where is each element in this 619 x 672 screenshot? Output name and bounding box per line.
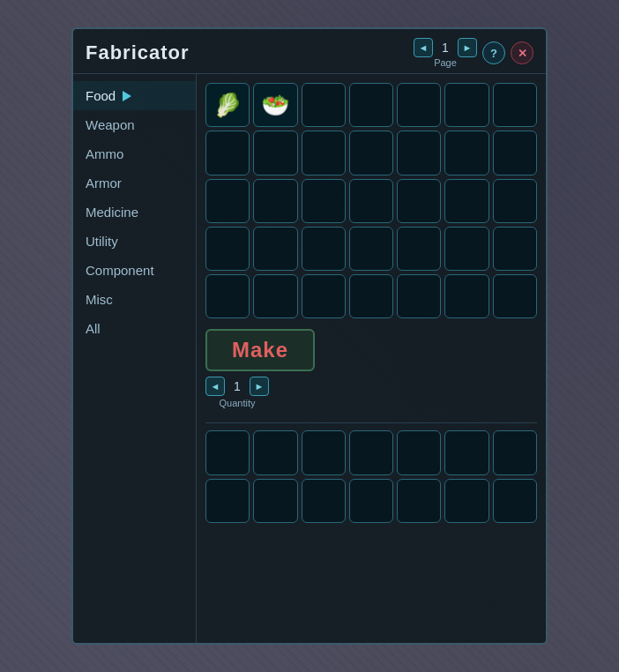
bottom-cell-11[interactable] (397, 479, 441, 523)
sidebar-label-component: Component (86, 263, 154, 278)
quantity-value: 1 (228, 379, 246, 393)
bottom-cell-7[interactable] (205, 479, 250, 523)
grid-cell-19[interactable] (444, 179, 488, 223)
sidebar-label-weapon: Weapon (86, 117, 135, 132)
quantity-nav: ◄ 1 ► (205, 377, 269, 396)
grid-cell-24[interactable] (349, 227, 393, 271)
sidebar-label-medicine: Medicine (86, 205, 138, 220)
grid-cell-22[interactable] (253, 227, 297, 271)
bottom-cell-10[interactable] (349, 479, 393, 523)
sidebar-label-misc: Misc (86, 292, 113, 307)
bottom-cell-1[interactable] (253, 430, 297, 474)
bottom-section (205, 419, 537, 523)
grid-cell-10[interactable] (349, 131, 393, 175)
grid-cell-14[interactable] (205, 179, 250, 223)
close-button[interactable]: ✕ (511, 41, 533, 64)
sidebar-item-food[interactable]: Food (73, 81, 196, 110)
grid-cell-6[interactable] (493, 83, 537, 127)
page-number: 1 (436, 41, 454, 55)
bottom-cell-9[interactable] (302, 479, 346, 523)
grid-cell-12[interactable] (444, 131, 488, 175)
grid-cell-13[interactable] (493, 131, 537, 175)
grid-cell-1[interactable]: 🥗 (253, 83, 297, 127)
bottom-cell-6[interactable] (493, 430, 537, 474)
grid-cell-9[interactable] (302, 131, 346, 175)
bottom-cell-0[interactable] (205, 430, 250, 474)
sidebar-item-utility[interactable]: Utility (73, 227, 196, 256)
grid-cell-32[interactable] (397, 274, 441, 318)
item-icon-0: 🥬 (213, 92, 242, 119)
window-title: Fabricator (86, 41, 190, 64)
sidebar-label-ammo: Ammo (86, 146, 123, 161)
page-control: ◄ 1 ► Page (414, 38, 477, 68)
quantity-control: ◄ 1 ► Quantity (205, 377, 269, 408)
next-page-button[interactable]: ► (458, 38, 477, 57)
sidebar-item-component[interactable]: Component (73, 256, 196, 285)
grid-cell-23[interactable] (302, 227, 346, 271)
grid-cell-28[interactable] (205, 274, 250, 318)
bottom-inventory-grid (205, 430, 537, 523)
title-controls: ◄ 1 ► Page ? ✕ (414, 38, 533, 68)
grid-cell-5[interactable] (444, 83, 488, 127)
bottom-cell-4[interactable] (397, 430, 441, 474)
grid-cell-17[interactable] (349, 179, 393, 223)
grid-cell-2[interactable] (302, 83, 346, 127)
grid-cell-34[interactable] (493, 274, 537, 318)
grid-cell-29[interactable] (253, 274, 297, 318)
grid-cell-4[interactable] (397, 83, 441, 127)
sidebar-item-medicine[interactable]: Medicine (73, 198, 196, 227)
grid-cell-7[interactable] (205, 131, 250, 175)
sidebar-item-ammo[interactable]: Ammo (73, 139, 196, 168)
sidebar-item-misc[interactable]: Misc (73, 285, 196, 314)
prev-page-button[interactable]: ◄ (414, 38, 433, 57)
help-button[interactable]: ? (482, 41, 505, 64)
qty-prev-button[interactable]: ◄ (205, 377, 225, 396)
grid-cell-18[interactable] (397, 179, 441, 223)
page-label: Page (434, 57, 457, 68)
sidebar-label-all: All (86, 321, 101, 336)
item-grid: 🥬🥗 (205, 83, 537, 318)
sidebar-label-utility: Utility (86, 234, 118, 249)
page-nav: ◄ 1 ► (414, 38, 477, 57)
title-bar: Fabricator ◄ 1 ► Page ? ✕ (73, 29, 546, 74)
action-section: Make ◄ 1 ► Quantity (205, 329, 537, 408)
right-panel: 🥬🥗 Make ◄ 1 ► Quantity (197, 74, 546, 643)
grid-cell-33[interactable] (444, 274, 488, 318)
grid-cell-16[interactable] (302, 179, 346, 223)
grid-cell-3[interactable] (349, 83, 393, 127)
grid-cell-25[interactable] (397, 227, 441, 271)
cursor-icon (123, 91, 131, 101)
sidebar-item-all[interactable]: All (73, 314, 196, 343)
sidebar-item-armor[interactable]: Armor (73, 168, 196, 198)
item-icon-1: 🥗 (261, 92, 289, 119)
grid-cell-21[interactable] (205, 227, 250, 271)
grid-cell-20[interactable] (493, 179, 537, 223)
grid-cell-15[interactable] (253, 179, 297, 223)
grid-cell-31[interactable] (349, 274, 393, 318)
bottom-cell-5[interactable] (444, 430, 488, 474)
bottom-cell-12[interactable] (444, 479, 488, 523)
sidebar-label-food: Food (86, 88, 116, 103)
make-button[interactable]: Make (205, 329, 315, 371)
grid-cell-27[interactable] (493, 227, 537, 271)
grid-cell-30[interactable] (302, 274, 346, 318)
main-content: Food Weapon Ammo Armor Medicine Utility … (73, 74, 546, 643)
fabricator-window: Fabricator ◄ 1 ► Page ? ✕ Food Weapon (71, 27, 548, 645)
sidebar: Food Weapon Ammo Armor Medicine Utility … (73, 74, 197, 643)
grid-cell-8[interactable] (253, 131, 297, 175)
bottom-cell-3[interactable] (349, 430, 393, 474)
bottom-cell-2[interactable] (302, 430, 346, 474)
bottom-cell-13[interactable] (493, 479, 537, 523)
grid-cell-0[interactable]: 🥬 (205, 83, 250, 127)
grid-cell-11[interactable] (397, 131, 441, 175)
divider (205, 422, 537, 423)
sidebar-item-weapon[interactable]: Weapon (73, 110, 196, 139)
qty-next-button[interactable]: ► (250, 377, 269, 396)
bottom-cell-8[interactable] (253, 479, 297, 523)
quantity-label: Quantity (220, 398, 256, 408)
sidebar-label-armor: Armor (86, 175, 122, 190)
grid-cell-26[interactable] (444, 227, 488, 271)
